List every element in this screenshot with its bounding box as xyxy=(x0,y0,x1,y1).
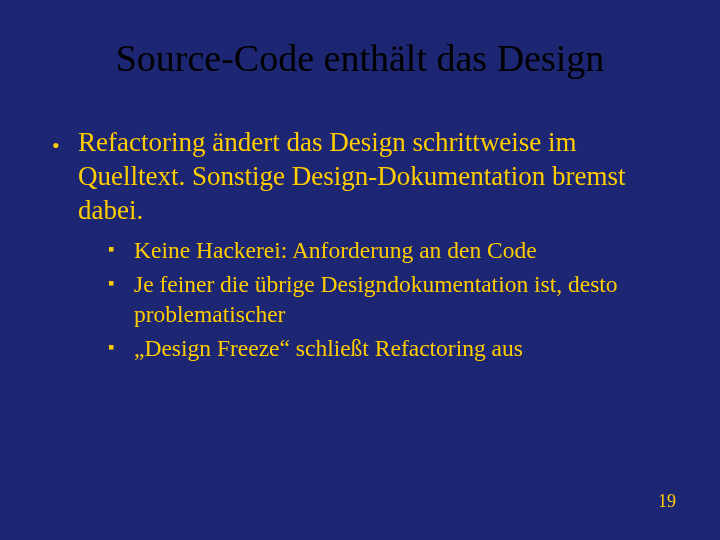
square-bullet-icon: ▪ xyxy=(108,336,114,359)
square-bullet-icon: ▪ xyxy=(108,272,114,295)
slide-body: • Refactoring ändert das Design schrittw… xyxy=(44,126,676,364)
bullet-list-level1: • Refactoring ändert das Design schrittw… xyxy=(44,126,676,364)
sub-bullet-text: Je feiner die übrige Designdokumentation… xyxy=(134,271,618,327)
sub-bullet-text: Keine Hackerei: Anforderung an den Code xyxy=(134,237,537,263)
bullet-list-level2: ▪ Keine Hackerei: Anforderung an den Cod… xyxy=(78,235,676,363)
slide: Source-Code enthält das Design • Refacto… xyxy=(0,0,720,540)
list-item: ▪ „Design Freeze“ schließt Refactoring a… xyxy=(108,333,676,363)
bullet-text: Refactoring ändert das Design schrittwei… xyxy=(78,127,625,225)
page-number: 19 xyxy=(658,491,676,512)
sub-bullet-text: „Design Freeze“ schließt Refactoring aus xyxy=(134,335,523,361)
bullet-dot-icon: • xyxy=(52,132,60,160)
slide-title: Source-Code enthält das Design xyxy=(44,36,676,80)
list-item: ▪ Keine Hackerei: Anforderung an den Cod… xyxy=(108,235,676,265)
list-item: • Refactoring ändert das Design schrittw… xyxy=(50,126,676,364)
list-item: ▪ Je feiner die übrige Designdokumentati… xyxy=(108,269,676,329)
square-bullet-icon: ▪ xyxy=(108,238,114,261)
